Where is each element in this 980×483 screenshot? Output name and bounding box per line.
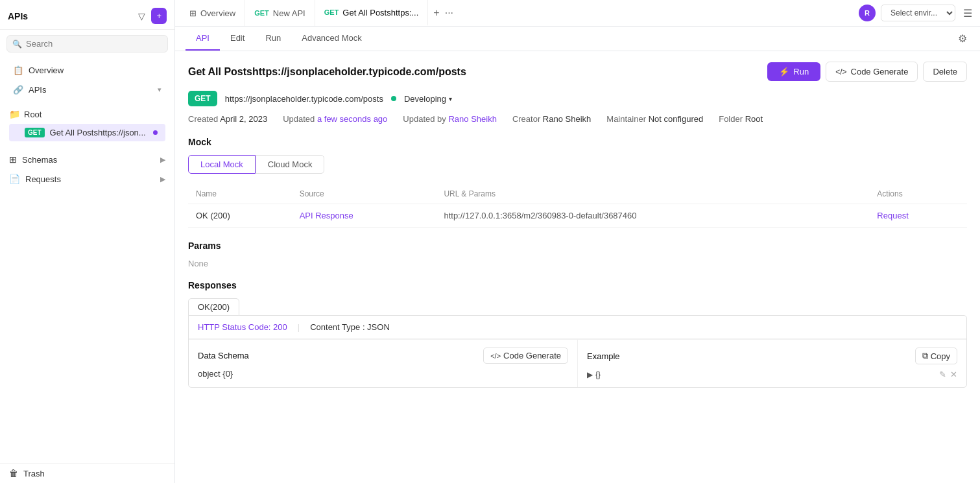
copy-button[interactable]: ⧉ Copy [915, 348, 957, 364]
requests-label: Requests [25, 174, 61, 184]
api-title: Get All Postshttps://jsonplaceholder.typ… [188, 66, 466, 78]
active-indicator [153, 130, 158, 135]
updated-by-label: Updated by Rano Sheikh [403, 114, 497, 124]
sidebar-nav: 📋 Overview 🔗 APIs ▾ [0, 58, 174, 102]
code-gen-icon: </> [835, 67, 846, 77]
updated-by-value: Rano Sheikh [448, 114, 496, 124]
response-body: HTTP Status Code: 200 | Content Type : J… [188, 315, 967, 388]
code-generate-button[interactable]: </> Code Generate [826, 62, 918, 82]
schema-column: Data Schema </> Code Generate object {0} [189, 340, 578, 387]
meta-row: Created April 2, 2023 Updated a few seco… [188, 114, 967, 124]
search-input[interactable] [26, 39, 162, 49]
mock-section-title: Mock [188, 137, 967, 147]
schema-code-gen-button[interactable]: </> Code Generate [483, 348, 568, 364]
cloud-mock-label: Cloud Mock [268, 159, 313, 169]
more-tabs-button[interactable]: ··· [442, 5, 456, 21]
edit-example-icon[interactable]: ✎ [939, 370, 946, 379]
url-row: GET https://jsonplaceholder.typicode.com… [188, 91, 967, 106]
requests-arrow: ▶ [160, 175, 165, 183]
filter-button[interactable]: ▽ [136, 9, 147, 23]
json-tree: ▶ {} ✎ ✕ [587, 370, 957, 379]
tab-get-all-posts[interactable]: GET Get All Postshttps:... [315, 0, 429, 26]
sidebar-item-schemas[interactable]: ⊞ Schemas ▶ [0, 150, 174, 169]
menu-button[interactable]: ☰ [961, 5, 975, 22]
example-title: Example [587, 351, 620, 361]
content-area: Get All Postshttps://jsonplaceholder.typ… [175, 51, 980, 483]
table-row: OK (200) API Response http://127.0.0.1:3… [188, 204, 967, 228]
search-icon: 🔍 [12, 40, 22, 49]
status-label: Developing ▾ [404, 94, 452, 104]
status-chevron-icon: ▾ [449, 95, 452, 102]
local-mock-label: Local Mock [200, 159, 243, 169]
get-all-posts-label: Get All Postshttps:... [342, 8, 418, 18]
schema-col-actions: </> Code Generate [483, 348, 568, 364]
data-schema-title: Data Schema [198, 351, 249, 360]
get-method-badge: GET [25, 128, 45, 137]
sidebar-header-actions: ▽ + [136, 8, 167, 24]
sidebar: APIs ▽ + 🔍 📋 Overview 🔗 APIs ▾ 📁 Root [0, 0, 175, 483]
sub-tab-advanced-mock[interactable]: Advanced Mock [291, 27, 372, 51]
run-label: Run [793, 67, 809, 77]
created-label: Created April 2, 2023 [188, 114, 267, 124]
response-tab-ok200[interactable]: OK(200) [188, 298, 239, 316]
schema-content: object {0} [198, 369, 568, 379]
mock-section: Mock Local Mock Cloud Mock Name Source U… [188, 137, 967, 228]
params-section-title: Params [188, 241, 967, 251]
schema-code-label: Code Generate [503, 351, 561, 360]
api-actions: ⚡ Run </> Code Generate Delete [767, 62, 967, 82]
mock-table: Name Source URL & Params Actions OK (200… [188, 184, 967, 228]
env-selector[interactable]: Select envir... [881, 5, 955, 21]
maintainer-label: Maintainer Not configured [606, 114, 703, 124]
requests-icon: 📄 [9, 174, 20, 184]
tab-overview[interactable]: ⊞ Overview [180, 0, 245, 26]
api-list-item[interactable]: GET Get All Postshttps://json... [9, 124, 165, 141]
new-api-method: GET [254, 9, 269, 17]
main-panel: ⊞ Overview GET New API GET Get All Posts… [175, 0, 980, 483]
overview-tab-label: Overview [200, 8, 235, 18]
sidebar-item-apis[interactable]: 🔗 APIs ▾ [4, 80, 171, 99]
folder-row[interactable]: 📁 Root [9, 105, 165, 123]
run-icon: ⚡ [779, 67, 789, 77]
response-meta: HTTP Status Code: 200 | Content Type : J… [189, 316, 966, 339]
mock-tabs: Local Mock Cloud Mock [188, 155, 967, 174]
tab-bar: ⊞ Overview GET New API GET Get All Posts… [175, 0, 980, 27]
folder-label: Root [24, 110, 42, 119]
col-name: Name [188, 184, 292, 204]
expand-json-button[interactable]: ▶ [587, 370, 593, 379]
filter-icon: ▽ [138, 11, 145, 21]
sub-tab-api[interactable]: API [185, 27, 220, 51]
creator-value: Rano Sheikh [543, 114, 591, 124]
folder-value: Root [745, 114, 763, 124]
settings-button[interactable]: ⚙ [955, 30, 970, 47]
sidebar-item-requests[interactable]: 📄 Requests ▶ [0, 169, 174, 189]
sidebar-apis-label: APIs [29, 85, 46, 95]
sidebar-item-overview[interactable]: 📋 Overview [4, 61, 171, 80]
delete-example-icon[interactable]: ✕ [950, 370, 957, 379]
method-tag: GET [188, 91, 217, 106]
responses-section-title: Responses [188, 280, 967, 290]
schemas-arrow: ▶ [160, 156, 165, 164]
user-avatar: R [859, 5, 876, 21]
created-value: April 2, 2023 [220, 114, 267, 124]
updated-label: Updated a few seconds ago [283, 114, 387, 124]
delete-button[interactable]: Delete [923, 62, 967, 82]
cloud-mock-tab[interactable]: Cloud Mock [256, 155, 325, 174]
schema-code-icon: </> [490, 352, 501, 360]
sub-tab-edit-label: Edit [230, 33, 245, 43]
get-all-posts-method: GET [324, 8, 339, 16]
local-mock-tab[interactable]: Local Mock [188, 155, 256, 174]
content-type-label: Content Type : JSON [310, 322, 390, 332]
add-tab-button[interactable]: + [431, 5, 442, 21]
sidebar-item-trash[interactable]: 🗑 Trash [0, 463, 174, 483]
sub-tab-run[interactable]: Run [255, 27, 291, 51]
row-action[interactable]: Request [869, 204, 967, 228]
delete-label: Delete [933, 67, 957, 77]
apis-arrow-icon: ▾ [158, 86, 161, 94]
sub-tab-edit[interactable]: Edit [220, 27, 255, 51]
sub-tab-run-label: Run [265, 33, 281, 43]
plus-icon: + [156, 11, 161, 21]
add-button[interactable]: + [151, 8, 167, 24]
params-section: Params None [188, 241, 967, 268]
tab-new-api[interactable]: GET New API [245, 0, 315, 26]
run-button[interactable]: ⚡ Run [767, 62, 820, 81]
